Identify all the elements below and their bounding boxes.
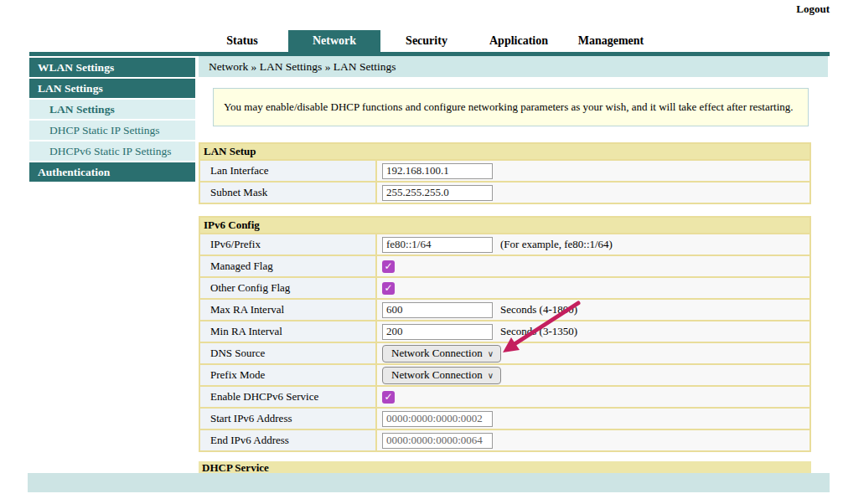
ipv6-config-header: IPv6 Config — [200, 218, 809, 233]
ipv6-config-rows: IPv6/Prefix(For example, fe80::1/64)Mana… — [200, 233, 809, 450]
main-content: Network » LAN Settings » LAN Settings Yo… — [199, 56, 828, 77]
logout-link[interactable]: Logout — [796, 3, 830, 16]
sidebar-item-lan-settings-sub[interactable]: LAN Settings — [29, 100, 195, 119]
enable-dhcpv6-service-checkbox[interactable]: ✓ — [382, 391, 395, 404]
row-label: Enable DHCPv6 Service — [200, 387, 377, 407]
row-label: Lan Interface — [200, 161, 377, 181]
row-label: Max RA Interval — [200, 300, 377, 320]
notice-box: You may enable/disable DHCP functions an… — [213, 88, 809, 126]
row-hint: Seconds (3-1350) — [500, 325, 577, 338]
table-row-ipv6-prefix: IPv6/Prefix(For example, fe80::1/64) — [200, 233, 809, 255]
row-label: DNS Source — [200, 343, 377, 363]
row-value-cell: ✓ — [377, 278, 809, 298]
table-row-managed-flag: Managed Flag✓ — [200, 255, 809, 276]
lan-setup-table: LAN Setup Lan InterfaceSubnet Mask — [199, 142, 811, 204]
sidebar-item-authentication[interactable]: Authentication — [29, 162, 195, 182]
lan-setup-header: LAN Setup — [200, 144, 809, 159]
table-row-start-ipv6-address: Start IPv6 Address — [200, 407, 809, 429]
table-row-lan-interface: Lan Interface — [200, 159, 809, 181]
table-row-min-ra-interval: Min RA IntervalSeconds (3-1350) — [200, 320, 809, 342]
end-ipv6-address-input[interactable] — [382, 433, 493, 449]
row-value-cell — [377, 409, 809, 429]
table-row-max-ra-interval: Max RA IntervalSeconds (4-1800) — [200, 298, 809, 320]
sidebar-item-wlan-settings[interactable]: WLAN Settings — [29, 58, 195, 77]
row-label: Managed Flag — [200, 256, 377, 276]
ipv6-prefix-input[interactable] — [382, 237, 493, 253]
table-row-dns-source: DNS SourceNetwork Connection∨ — [200, 342, 809, 363]
row-label: Other Config Flag — [200, 278, 377, 298]
ipv6-config-table: IPv6 Config IPv6/Prefix(For example, fe8… — [199, 216, 811, 452]
sidebar-item-dhcp-static-ip-settings-sub[interactable]: DHCP Static IP Settings — [29, 121, 195, 140]
footer-bar — [28, 473, 830, 492]
managed-flag-checkbox[interactable]: ✓ — [382, 260, 395, 273]
subnet-mask-input[interactable] — [382, 185, 493, 201]
table-row-end-ipv6-address: End IPv6 Address — [200, 429, 809, 450]
start-ipv6-address-input[interactable] — [382, 411, 493, 427]
chevron-down-icon: ∨ — [488, 349, 494, 358]
breadcrumb: Network » LAN Settings » LAN Settings — [199, 56, 828, 77]
row-value-cell: Seconds (3-1350) — [377, 321, 809, 342]
row-value-cell — [377, 161, 809, 181]
sidebar-item-dhcpv6-static-ip-settings-sub[interactable]: DHCPv6 Static IP Settings — [29, 141, 195, 161]
row-hint: Seconds (4-1800) — [500, 303, 577, 316]
sidebar-item-lan-settings[interactable]: LAN Settings — [29, 79, 195, 98]
select-value: Network Connection — [391, 347, 483, 360]
table-row-other-config-flag: Other Config Flag✓ — [200, 276, 809, 298]
table-row-subnet-mask: Subnet Mask — [200, 181, 809, 203]
row-value-cell: ✓ — [377, 387, 809, 407]
prefix-mode-select[interactable]: Network Connection∨ — [382, 367, 501, 384]
lan-interface-input[interactable] — [382, 163, 493, 179]
row-value-cell — [377, 183, 809, 203]
max-ra-interval-input[interactable] — [382, 302, 493, 318]
select-value: Network Connection — [391, 368, 483, 382]
row-label: End IPv6 Address — [200, 430, 377, 450]
row-value-cell: (For example, fe80::1/64) — [377, 234, 809, 255]
sidebar: WLAN SettingsLAN SettingsLAN SettingsDHC… — [29, 58, 195, 183]
notice-text: You may enable/disable DHCP functions an… — [224, 100, 794, 114]
tab-security[interactable]: Security — [380, 30, 473, 52]
table-row-enable-dhcpv6-service: Enable DHCPv6 Service✓ — [200, 385, 809, 407]
min-ra-interval-input[interactable] — [382, 324, 493, 340]
other-config-flag-checkbox[interactable]: ✓ — [382, 282, 395, 295]
tab-status[interactable]: Status — [196, 30, 288, 52]
lan-setup-rows: Lan InterfaceSubnet Mask — [200, 159, 809, 203]
row-label: Prefix Mode — [200, 365, 377, 385]
table-row-prefix-mode: Prefix ModeNetwork Connection∨ — [200, 363, 809, 385]
row-label: Min RA Interval — [200, 321, 377, 342]
chevron-down-icon: ∨ — [488, 371, 494, 380]
row-value-cell: ✓ — [377, 256, 809, 276]
dns-source-select[interactable]: Network Connection∨ — [382, 345, 501, 363]
row-value-cell — [377, 430, 809, 450]
row-value-cell: Network Connection∨ — [377, 365, 809, 385]
row-value-cell: Seconds (4-1800) — [377, 300, 809, 320]
row-hint: (For example, fe80::1/64) — [500, 238, 613, 251]
row-label: Start IPv6 Address — [200, 409, 377, 429]
tab-application[interactable]: Application — [473, 30, 565, 52]
row-label: Subnet Mask — [200, 183, 377, 203]
row-value-cell: Network Connection∨ — [377, 343, 809, 363]
tab-management[interactable]: Management — [565, 30, 657, 52]
row-label: IPv6/Prefix — [200, 234, 377, 255]
